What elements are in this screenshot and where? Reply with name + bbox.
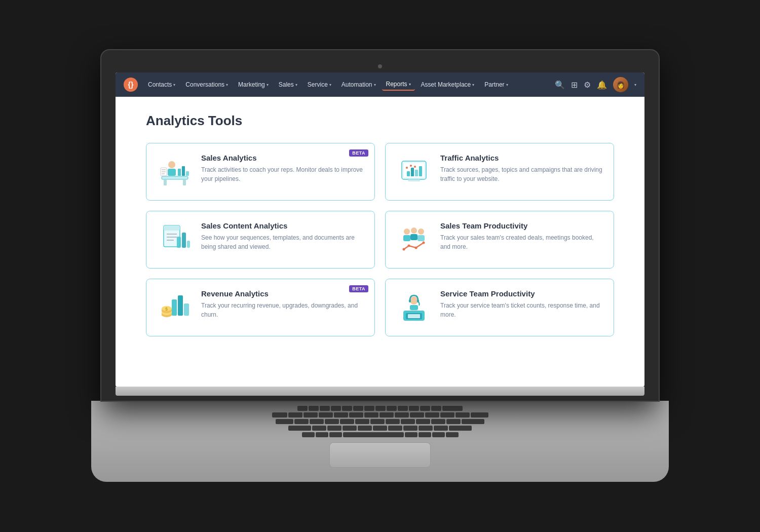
chevron-down-icon: ▾ — [472, 83, 474, 87]
svg-point-55 — [410, 296, 418, 305]
nav-reports[interactable]: Reports ▾ — [382, 79, 415, 91]
card-revenue-analytics[interactable]: BETA — [146, 279, 375, 336]
svg-rect-19 — [415, 170, 418, 176]
card-body-service-team-productivity: Service Team Productivity Track your ser… — [440, 289, 603, 319]
cards-grid: BETA — [146, 143, 614, 336]
card-title-sales-team-productivity: Sales Team Productivity — [440, 221, 603, 230]
keyboard-rows — [91, 406, 669, 437]
svg-rect-2 — [162, 176, 188, 179]
svg-rect-25 — [164, 225, 180, 231]
nav-contacts[interactable]: Contacts ▾ — [144, 79, 179, 90]
screen-bezel: {} Contacts ▾ Conversations ▾ Marketing … — [101, 50, 659, 401]
card-desc-sales-analytics: Track activities to coach your reps. Mon… — [201, 165, 364, 183]
card-icon-sales-team-productivity — [396, 221, 432, 258]
card-title-revenue-analytics: Revenue Analytics — [201, 289, 364, 298]
page-title: Analytics Tools — [146, 113, 614, 129]
card-body-sales-content-analytics: Sales Content Analytics See how your seq… — [201, 221, 364, 251]
grid-icon[interactable]: ⊞ — [571, 80, 578, 90]
svg-rect-3 — [164, 179, 167, 185]
card-title-traffic-analytics: Traffic Analytics — [440, 154, 603, 162]
svg-rect-56 — [409, 299, 411, 302]
card-body-sales-analytics: Sales Analytics Track activities to coac… — [201, 154, 364, 183]
chevron-down-icon: ▾ — [295, 83, 297, 87]
svg-point-34 — [411, 227, 417, 234]
avatar-chevron-icon: ▾ — [634, 83, 636, 87]
card-desc-traffic-analytics: Track sources, pages, topics and campaig… — [440, 165, 603, 183]
svg-point-22 — [410, 165, 412, 167]
laptop-screen: {} Contacts ▾ Conversations ▾ Marketing … — [116, 72, 644, 387]
settings-icon[interactable]: ⚙ — [584, 80, 591, 90]
nav-sales[interactable]: Sales ▾ — [275, 79, 301, 90]
svg-rect-30 — [182, 233, 186, 248]
chevron-down-icon: ▾ — [409, 82, 411, 87]
card-desc-service-team-productivity: Track your service team's ticket counts,… — [440, 301, 603, 319]
card-icon-sales-analytics — [157, 154, 193, 190]
svg-rect-6 — [168, 169, 176, 176]
card-sales-content-analytics[interactable]: Sales Content Analytics See how your seq… — [146, 211, 375, 269]
svg-point-39 — [408, 245, 410, 247]
svg-point-5 — [168, 161, 175, 168]
svg-rect-16 — [408, 179, 420, 181]
chevron-down-icon: ▾ — [267, 83, 269, 87]
nav-partner[interactable]: Partner ▾ — [480, 79, 512, 90]
keyboard-area — [91, 401, 669, 482]
svg-rect-4 — [183, 179, 186, 185]
svg-rect-44 — [184, 303, 189, 316]
nav-service[interactable]: Service ▾ — [303, 79, 335, 90]
trackpad[interactable] — [329, 442, 431, 468]
svg-rect-58 — [410, 305, 418, 310]
svg-point-32 — [404, 229, 410, 235]
svg-point-38 — [403, 248, 405, 251]
nav-asset-marketplace[interactable]: Asset Marketplace ▾ — [417, 79, 479, 90]
card-icon-service-team-productivity — [396, 289, 432, 326]
card-title-sales-content-analytics: Sales Content Analytics — [201, 221, 364, 230]
svg-point-21 — [406, 167, 408, 169]
card-body-traffic-analytics: Traffic Analytics Track sources, pages, … — [440, 154, 603, 183]
card-title-service-team-productivity: Service Team Productivity — [440, 289, 603, 298]
chevron-down-icon: ▾ — [173, 83, 175, 87]
svg-rect-35 — [410, 234, 417, 240]
svg-rect-7 — [178, 169, 181, 176]
card-icon-traffic-analytics — [396, 154, 432, 190]
card-desc-revenue-analytics: Track your recurring revenue, upgrades, … — [201, 301, 364, 319]
svg-rect-18 — [411, 168, 414, 176]
chevron-down-icon: ▾ — [374, 83, 376, 87]
notifications-icon[interactable]: 🔔 — [597, 80, 607, 90]
laptop-container: {} Contacts ▾ Conversations ▾ Marketing … — [101, 50, 659, 482]
nav-conversations[interactable]: Conversations ▾ — [181, 79, 232, 90]
svg-point-41 — [423, 242, 425, 244]
chevron-down-icon: ▾ — [329, 83, 331, 87]
card-icon-revenue-analytics: $ — [157, 289, 193, 326]
nav-automation[interactable]: Automation ▾ — [337, 79, 380, 90]
svg-rect-20 — [419, 166, 422, 176]
user-avatar[interactable]: 👩 — [613, 77, 628, 92]
card-traffic-analytics[interactable]: Traffic Analytics Track sources, pages, … — [385, 143, 614, 201]
svg-rect-8 — [182, 166, 185, 176]
svg-text:{}: {} — [128, 81, 134, 89]
card-desc-sales-content-analytics: See how your sequences, templates, and d… — [201, 233, 364, 251]
nav-marketing[interactable]: Marketing ▾ — [234, 79, 273, 90]
card-title-sales-analytics: Sales Analytics — [201, 154, 364, 162]
card-service-team-productivity[interactable]: Service Team Productivity Track your ser… — [385, 279, 614, 336]
svg-text:$: $ — [165, 307, 168, 312]
svg-point-23 — [414, 166, 416, 168]
search-icon[interactable]: 🔍 — [555, 80, 565, 90]
svg-rect-42 — [172, 299, 177, 316]
hubspot-logo[interactable]: {} — [124, 78, 138, 92]
card-desc-sales-team-productivity: Track your sales team's created deals, m… — [440, 233, 603, 251]
card-body-sales-team-productivity: Sales Team Productivity Track your sales… — [440, 221, 603, 251]
svg-rect-43 — [178, 295, 183, 316]
card-icon-sales-content-analytics — [157, 221, 193, 258]
beta-badge: BETA — [349, 149, 368, 157]
svg-rect-54 — [408, 314, 420, 318]
main-content: Analytics Tools BETA — [116, 97, 644, 387]
navbar: {} Contacts ▾ Conversations ▾ Marketing … — [116, 72, 644, 97]
card-sales-analytics[interactable]: BETA — [146, 143, 375, 201]
chevron-down-icon: ▾ — [506, 83, 508, 87]
svg-rect-33 — [403, 235, 410, 241]
svg-rect-17 — [407, 171, 410, 176]
card-sales-team-productivity[interactable]: Sales Team Productivity Track your sales… — [385, 211, 614, 269]
chevron-down-icon: ▾ — [226, 83, 228, 87]
svg-rect-29 — [177, 237, 181, 248]
svg-point-40 — [415, 247, 417, 249]
